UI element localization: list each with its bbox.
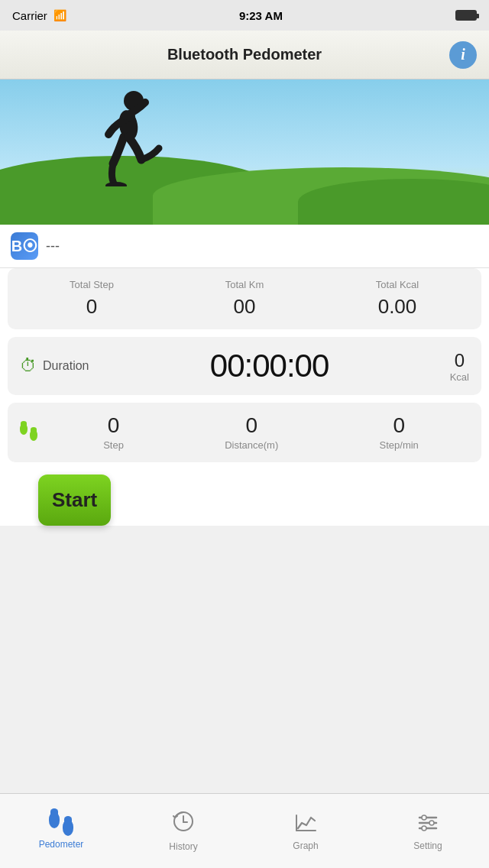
stats-headers: Total Step Total Km Total Kcal bbox=[15, 279, 474, 290]
carrier-label: Carrier bbox=[12, 9, 47, 22]
step-count-value: 0 bbox=[103, 413, 124, 438]
svg-point-2 bbox=[105, 182, 127, 186]
foot-l bbox=[49, 813, 60, 828]
steps-values: 0 Step 0 Distance(m) 0 Step/min bbox=[53, 413, 469, 452]
svg-point-8 bbox=[429, 821, 434, 825]
graph-icon bbox=[294, 811, 317, 837]
distance-value: 0 bbox=[225, 413, 278, 438]
total-km-header: Total Km bbox=[168, 279, 321, 290]
status-battery bbox=[455, 10, 477, 21]
runner-silhouette bbox=[76, 87, 176, 186]
duration-card: ⏱ Duration 00:00:00 0 Kcal bbox=[8, 337, 481, 395]
total-step-header: Total Step bbox=[15, 279, 168, 290]
history-tab-label: History bbox=[169, 841, 197, 852]
step-count-label: Step bbox=[103, 439, 124, 451]
distance-label: Distance(m) bbox=[225, 439, 278, 451]
pedometer-icon bbox=[49, 813, 73, 836]
info-icon: i bbox=[461, 46, 465, 63]
setting-tab-label: Setting bbox=[413, 840, 442, 851]
tab-graph[interactable]: Graph bbox=[244, 794, 367, 868]
graph-tab-label: Graph bbox=[293, 840, 318, 851]
bluetooth-symbol: B⦿ bbox=[11, 238, 37, 255]
duration-left: ⏱ Duration bbox=[20, 356, 89, 376]
status-bar: Carrier 📶 9:23 AM bbox=[0, 0, 489, 31]
tab-bar: Pedometer History Graph bbox=[0, 793, 489, 868]
tab-pedometer[interactable]: Pedometer bbox=[0, 794, 122, 868]
step-min-label: Step/min bbox=[380, 439, 419, 451]
foot-left bbox=[20, 424, 28, 435]
footsteps-icon bbox=[20, 424, 37, 441]
step-min-value: 0 bbox=[380, 413, 419, 438]
tab-history[interactable]: History bbox=[122, 794, 244, 868]
total-kcal-header: Total Kcal bbox=[321, 279, 474, 290]
stats-card: Total Step Total Km Total Kcal 0 00 0.00 bbox=[8, 268, 481, 329]
status-carrier: Carrier 📶 bbox=[12, 9, 66, 22]
pedometer-tab-label: Pedometer bbox=[39, 839, 84, 850]
hero-image bbox=[0, 79, 489, 225]
info-button[interactable]: i bbox=[449, 41, 477, 69]
bluetooth-icon: B⦿ bbox=[11, 232, 38, 260]
total-km-value: 00 bbox=[168, 295, 321, 319]
step-count: 0 Step bbox=[103, 413, 124, 452]
duration-kcal: 0 Kcal bbox=[450, 350, 469, 383]
hill-3 bbox=[298, 179, 489, 225]
stats-values: 0 00 0.00 bbox=[15, 295, 474, 319]
bluetooth-status: --- bbox=[46, 238, 60, 254]
kcal-value: 0 bbox=[450, 350, 469, 371]
battery-icon bbox=[455, 10, 477, 21]
nav-bar: Bluetooth Pedometer i bbox=[0, 31, 489, 79]
timer-icon: ⏱ bbox=[20, 356, 37, 376]
wifi-icon: 📶 bbox=[53, 9, 66, 21]
total-step-value: 0 bbox=[15, 295, 168, 319]
total-kcal-value: 0.00 bbox=[321, 295, 474, 319]
setting-icon bbox=[416, 811, 439, 837]
distance-count: 0 Distance(m) bbox=[225, 413, 278, 452]
kcal-label: Kcal bbox=[450, 371, 469, 383]
duration-label: Duration bbox=[43, 359, 89, 373]
step-min-count: 0 Step/min bbox=[380, 413, 419, 452]
steps-card: 0 Step 0 Distance(m) 0 Step/min bbox=[8, 403, 481, 462]
bluetooth-row: B⦿ --- bbox=[0, 225, 489, 268]
foot-r bbox=[63, 821, 73, 836]
tab-setting[interactable]: Setting bbox=[367, 794, 489, 868]
foot-right bbox=[30, 430, 37, 441]
history-icon bbox=[172, 810, 195, 838]
svg-point-7 bbox=[422, 815, 426, 820]
page-title: Bluetooth Pedometer bbox=[167, 46, 322, 63]
status-time: 9:23 AM bbox=[239, 9, 283, 22]
duration-timer: 00:00:00 bbox=[210, 348, 329, 384]
svg-point-9 bbox=[422, 826, 426, 831]
start-button[interactable]: Start bbox=[38, 474, 111, 526]
content-area: B⦿ --- Total Step Total Km Total Kcal 0 … bbox=[0, 225, 489, 526]
